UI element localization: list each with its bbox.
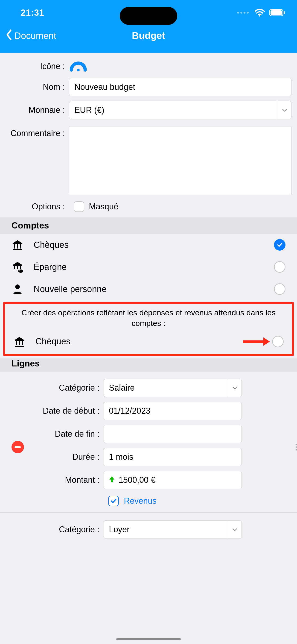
account-label: Épargne (34, 262, 274, 272)
svg-rect-8 (20, 244, 21, 248)
svg-rect-12 (17, 266, 18, 269)
row-options: Options : Masqué (0, 198, 297, 218)
row-revenus[interactable]: Revenus (34, 492, 288, 510)
account-item-epargne[interactable]: Épargne (0, 256, 297, 278)
svg-point-15 (20, 270, 20, 271)
back-button[interactable]: Document (4, 29, 56, 42)
svg-rect-3 (284, 11, 285, 14)
label-icon: Icône : (0, 62, 69, 71)
category-select[interactable]: Salaire (104, 379, 242, 397)
label-start: Date de début : (34, 406, 104, 416)
row-end: Date de fin : (34, 422, 288, 446)
account-label: Chèques (34, 240, 274, 250)
chevron-left-icon (4, 29, 13, 42)
highlight-account-radio[interactable] (272, 336, 284, 347)
svg-rect-17 (15, 340, 24, 341)
currency-value: EUR (€) (69, 101, 278, 119)
svg-rect-18 (16, 341, 17, 345)
drag-handle[interactable] (296, 444, 297, 450)
account-radio[interactable] (274, 283, 286, 295)
status-time: 21:31 (21, 8, 44, 18)
row-start: Date de début : (34, 400, 288, 422)
label-amount: Montant : (34, 475, 104, 485)
line-entry-1: Catégorie : Loyer (34, 518, 288, 541)
row-currency: Monnaie : EUR (€) (0, 98, 297, 122)
amount-input[interactable]: 1500,00 € (104, 471, 242, 489)
currency-select[interactable]: EUR (€) (69, 101, 292, 119)
chevron-down-icon (228, 520, 242, 539)
signal-dots (237, 12, 249, 14)
status-bar: 21:31 (0, 0, 297, 25)
svg-point-0 (259, 15, 260, 16)
label-comment: Commentaire : (0, 126, 69, 138)
duration-input[interactable] (104, 448, 242, 466)
name-input[interactable] (69, 78, 292, 96)
line-entry-0: Catégorie : Salaire Date de début : Date… (34, 376, 288, 518)
section-accounts: Comptes (0, 218, 297, 234)
hidden-label: Masqué (89, 202, 118, 212)
row-name: Nom : (0, 76, 297, 98)
icon-picker[interactable] (69, 60, 292, 73)
svg-rect-9 (13, 249, 22, 250)
home-indicator[interactable] (116, 638, 181, 640)
divider (0, 512, 297, 512)
label-currency: Monnaie : (0, 105, 69, 115)
svg-point-14 (18, 270, 23, 273)
amount-value: 1500,00 € (118, 475, 156, 485)
row-category: Catégorie : Salaire (34, 376, 288, 400)
end-date-input[interactable] (104, 425, 242, 443)
svg-rect-6 (14, 244, 15, 248)
lines-block: Catégorie : Salaire Date de début : Date… (0, 372, 297, 541)
person-icon (12, 283, 27, 295)
dynamic-island (120, 7, 177, 25)
highlight-account-label: Chèques (36, 336, 243, 346)
back-label: Document (14, 31, 56, 41)
account-item-person[interactable]: Nouvelle personne (0, 278, 297, 300)
highlight-annotation: Créer des opérations reflétant les dépen… (3, 302, 294, 356)
account-item-cheques[interactable]: Chèques (0, 234, 297, 256)
highlight-account-row[interactable]: Chèques (5, 330, 292, 354)
revenus-checkbox[interactable] (108, 496, 119, 506)
category-select[interactable]: Loyer (104, 520, 242, 539)
row-comment: Commentaire : (0, 122, 297, 198)
wifi-icon (255, 9, 265, 16)
account-radio[interactable] (274, 261, 286, 273)
svg-rect-7 (17, 244, 18, 248)
highlight-text: Créer des opérations reflétant les dépen… (5, 304, 292, 330)
label-end: Date de fin : (34, 429, 104, 439)
svg-rect-10 (13, 265, 22, 266)
arrow-up-icon (109, 475, 115, 485)
svg-rect-21 (15, 346, 24, 347)
svg-rect-2 (270, 10, 282, 15)
label-category: Catégorie : (34, 383, 104, 393)
svg-rect-5 (13, 244, 22, 244)
bank-piggy-icon (12, 261, 27, 273)
arrow-annotation (243, 338, 270, 346)
row-icon: Icône : (0, 57, 297, 76)
category-value: Loyer (104, 520, 228, 539)
svg-point-4 (77, 69, 80, 72)
hidden-checkbox[interactable] (74, 201, 84, 212)
status-right (237, 9, 286, 16)
revenus-label: Revenus (124, 496, 156, 506)
delete-line-button[interactable] (12, 441, 24, 453)
svg-point-16 (15, 284, 20, 289)
row-category: Catégorie : Loyer (34, 518, 288, 541)
account-radio[interactable] (274, 239, 286, 250)
row-duration: Durée : (34, 446, 288, 468)
label-duration: Durée : (34, 452, 104, 462)
label-name: Nom : (0, 82, 69, 92)
comment-textarea[interactable] (69, 126, 292, 195)
content: Icône : Nom : Monnaie : EUR (€) Commenta… (0, 53, 297, 541)
bank-icon (13, 336, 28, 348)
label-category: Catégorie : (34, 525, 104, 534)
battery-icon (269, 9, 286, 16)
nav-title: Budget (132, 30, 165, 41)
start-date-input[interactable] (104, 402, 242, 420)
label-options: Options : (0, 202, 69, 212)
svg-rect-19 (19, 341, 20, 345)
row-amount: Montant : 1500,00 € (34, 468, 288, 492)
chevron-down-icon (228, 379, 242, 397)
svg-rect-11 (14, 266, 15, 269)
chevron-down-icon (278, 101, 292, 119)
